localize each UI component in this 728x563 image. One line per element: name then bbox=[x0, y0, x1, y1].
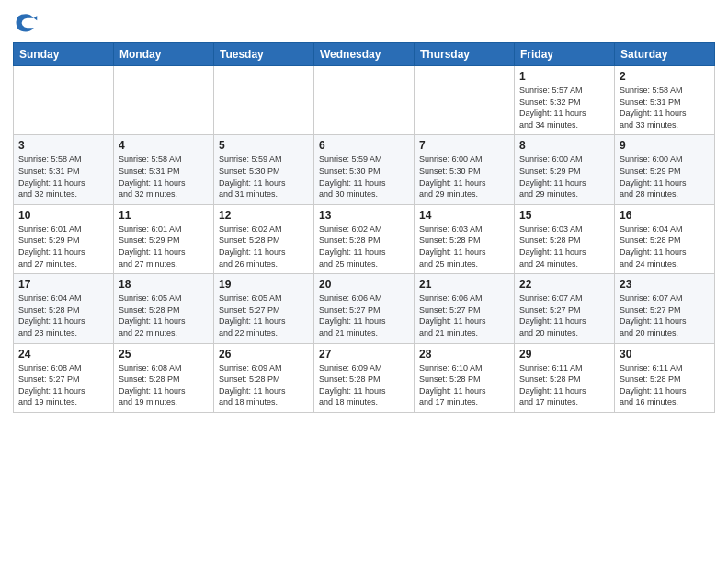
week-row-2: 3Sunrise: 5:58 AM Sunset: 5:31 PM Daylig… bbox=[14, 135, 715, 204]
week-row-3: 10Sunrise: 6:01 AM Sunset: 5:29 PM Dayli… bbox=[14, 204, 715, 273]
day-number: 1 bbox=[519, 70, 609, 83]
day-number: 25 bbox=[119, 348, 209, 361]
day-info: Sunrise: 5:59 AM Sunset: 5:30 PM Dayligh… bbox=[319, 154, 409, 200]
day-cell: 30Sunrise: 6:11 AM Sunset: 5:28 PM Dayli… bbox=[615, 343, 715, 412]
day-cell bbox=[14, 66, 114, 135]
day-info: Sunrise: 6:10 AM Sunset: 5:28 PM Dayligh… bbox=[419, 362, 509, 408]
day-cell: 12Sunrise: 6:02 AM Sunset: 5:28 PM Dayli… bbox=[214, 204, 314, 273]
day-info: Sunrise: 6:00 AM Sunset: 5:29 PM Dayligh… bbox=[519, 154, 609, 200]
day-cell: 16Sunrise: 6:04 AM Sunset: 5:28 PM Dayli… bbox=[615, 204, 715, 273]
day-number: 7 bbox=[419, 139, 509, 152]
day-number: 10 bbox=[18, 209, 108, 222]
day-number: 14 bbox=[419, 209, 509, 222]
day-cell: 28Sunrise: 6:10 AM Sunset: 5:28 PM Dayli… bbox=[415, 343, 515, 412]
day-info: Sunrise: 6:02 AM Sunset: 5:28 PM Dayligh… bbox=[219, 224, 309, 270]
day-info: Sunrise: 6:04 AM Sunset: 5:28 PM Dayligh… bbox=[18, 293, 108, 339]
day-info: Sunrise: 6:09 AM Sunset: 5:28 PM Dayligh… bbox=[219, 362, 309, 408]
day-number: 11 bbox=[119, 209, 209, 222]
day-cell: 17Sunrise: 6:04 AM Sunset: 5:28 PM Dayli… bbox=[14, 274, 114, 343]
day-cell: 8Sunrise: 6:00 AM Sunset: 5:29 PM Daylig… bbox=[515, 135, 615, 204]
day-cell: 4Sunrise: 5:58 AM Sunset: 5:31 PM Daylig… bbox=[114, 135, 214, 204]
day-info: Sunrise: 6:05 AM Sunset: 5:28 PM Dayligh… bbox=[119, 293, 209, 339]
day-cell: 2Sunrise: 5:58 AM Sunset: 5:31 PM Daylig… bbox=[615, 66, 715, 135]
day-info: Sunrise: 6:11 AM Sunset: 5:28 PM Dayligh… bbox=[620, 362, 710, 408]
day-info: Sunrise: 6:07 AM Sunset: 5:27 PM Dayligh… bbox=[519, 293, 609, 339]
day-info: Sunrise: 6:07 AM Sunset: 5:27 PM Dayligh… bbox=[620, 293, 710, 339]
day-number: 9 bbox=[620, 139, 710, 152]
day-number: 17 bbox=[18, 278, 108, 291]
day-info: Sunrise: 6:11 AM Sunset: 5:28 PM Dayligh… bbox=[519, 362, 609, 408]
day-info: Sunrise: 6:02 AM Sunset: 5:28 PM Dayligh… bbox=[319, 224, 409, 270]
day-cell: 25Sunrise: 6:08 AM Sunset: 5:28 PM Dayli… bbox=[114, 343, 214, 412]
day-info: Sunrise: 6:00 AM Sunset: 5:30 PM Dayligh… bbox=[419, 154, 509, 200]
day-info: Sunrise: 5:57 AM Sunset: 5:32 PM Dayligh… bbox=[519, 85, 609, 131]
day-number: 5 bbox=[219, 139, 309, 152]
day-number: 15 bbox=[519, 209, 609, 222]
day-number: 20 bbox=[319, 278, 409, 291]
day-cell: 5Sunrise: 5:59 AM Sunset: 5:30 PM Daylig… bbox=[214, 135, 314, 204]
day-number: 19 bbox=[219, 278, 309, 291]
day-cell: 22Sunrise: 6:07 AM Sunset: 5:27 PM Dayli… bbox=[515, 274, 615, 343]
header bbox=[13, 9, 715, 35]
day-number: 21 bbox=[419, 278, 509, 291]
day-cell bbox=[415, 66, 515, 135]
day-number: 6 bbox=[319, 139, 409, 152]
day-info: Sunrise: 5:59 AM Sunset: 5:30 PM Dayligh… bbox=[219, 154, 309, 200]
day-info: Sunrise: 5:58 AM Sunset: 5:31 PM Dayligh… bbox=[18, 154, 108, 200]
day-info: Sunrise: 6:08 AM Sunset: 5:28 PM Dayligh… bbox=[119, 362, 209, 408]
day-number: 8 bbox=[519, 139, 609, 152]
day-cell: 26Sunrise: 6:09 AM Sunset: 5:28 PM Dayli… bbox=[214, 343, 314, 412]
day-info: Sunrise: 6:01 AM Sunset: 5:29 PM Dayligh… bbox=[119, 224, 209, 270]
day-info: Sunrise: 6:00 AM Sunset: 5:29 PM Dayligh… bbox=[620, 154, 710, 200]
day-cell: 14Sunrise: 6:03 AM Sunset: 5:28 PM Dayli… bbox=[415, 204, 515, 273]
weekday-sunday: Sunday bbox=[14, 43, 114, 66]
day-info: Sunrise: 5:58 AM Sunset: 5:31 PM Dayligh… bbox=[119, 154, 209, 200]
week-row-5: 24Sunrise: 6:08 AM Sunset: 5:27 PM Dayli… bbox=[14, 343, 715, 412]
day-cell: 24Sunrise: 6:08 AM Sunset: 5:27 PM Dayli… bbox=[14, 343, 114, 412]
day-cell bbox=[314, 66, 415, 135]
day-cell: 23Sunrise: 6:07 AM Sunset: 5:27 PM Dayli… bbox=[615, 274, 715, 343]
day-cell bbox=[214, 66, 314, 135]
weekday-friday: Friday bbox=[515, 43, 615, 66]
weekday-tuesday: Tuesday bbox=[214, 43, 314, 66]
day-cell: 7Sunrise: 6:00 AM Sunset: 5:30 PM Daylig… bbox=[415, 135, 515, 204]
day-cell: 3Sunrise: 5:58 AM Sunset: 5:31 PM Daylig… bbox=[14, 135, 114, 204]
weekday-wednesday: Wednesday bbox=[314, 43, 415, 66]
day-number: 24 bbox=[18, 348, 108, 361]
day-number: 2 bbox=[620, 70, 710, 83]
day-info: Sunrise: 6:08 AM Sunset: 5:27 PM Dayligh… bbox=[18, 362, 108, 408]
day-number: 18 bbox=[119, 278, 209, 291]
day-number: 29 bbox=[519, 348, 609, 361]
day-number: 12 bbox=[219, 209, 309, 222]
day-number: 28 bbox=[419, 348, 509, 361]
day-info: Sunrise: 6:01 AM Sunset: 5:29 PM Dayligh… bbox=[18, 224, 108, 270]
day-cell: 13Sunrise: 6:02 AM Sunset: 5:28 PM Dayli… bbox=[314, 204, 415, 273]
day-info: Sunrise: 6:06 AM Sunset: 5:27 PM Dayligh… bbox=[419, 293, 509, 339]
day-cell: 11Sunrise: 6:01 AM Sunset: 5:29 PM Dayli… bbox=[114, 204, 214, 273]
day-cell: 1Sunrise: 5:57 AM Sunset: 5:32 PM Daylig… bbox=[515, 66, 615, 135]
logo bbox=[13, 9, 42, 35]
day-cell: 27Sunrise: 6:09 AM Sunset: 5:28 PM Dayli… bbox=[314, 343, 415, 412]
day-cell bbox=[114, 66, 214, 135]
weekday-header-row: SundayMondayTuesdayWednesdayThursdayFrid… bbox=[14, 43, 715, 66]
day-cell: 20Sunrise: 6:06 AM Sunset: 5:27 PM Dayli… bbox=[314, 274, 415, 343]
day-number: 16 bbox=[620, 209, 710, 222]
day-info: Sunrise: 6:03 AM Sunset: 5:28 PM Dayligh… bbox=[419, 224, 509, 270]
day-cell: 6Sunrise: 5:59 AM Sunset: 5:30 PM Daylig… bbox=[314, 135, 415, 204]
day-cell: 29Sunrise: 6:11 AM Sunset: 5:28 PM Dayli… bbox=[515, 343, 615, 412]
weekday-thursday: Thursday bbox=[415, 43, 515, 66]
day-cell: 21Sunrise: 6:06 AM Sunset: 5:27 PM Dayli… bbox=[415, 274, 515, 343]
week-row-4: 17Sunrise: 6:04 AM Sunset: 5:28 PM Dayli… bbox=[14, 274, 715, 343]
day-number: 13 bbox=[319, 209, 409, 222]
day-cell: 9Sunrise: 6:00 AM Sunset: 5:29 PM Daylig… bbox=[615, 135, 715, 204]
day-info: Sunrise: 6:09 AM Sunset: 5:28 PM Dayligh… bbox=[319, 362, 409, 408]
day-info: Sunrise: 6:05 AM Sunset: 5:27 PM Dayligh… bbox=[219, 293, 309, 339]
day-info: Sunrise: 5:58 AM Sunset: 5:31 PM Dayligh… bbox=[620, 85, 710, 131]
day-number: 23 bbox=[620, 278, 710, 291]
day-number: 3 bbox=[18, 139, 108, 152]
day-info: Sunrise: 6:06 AM Sunset: 5:27 PM Dayligh… bbox=[319, 293, 409, 339]
day-info: Sunrise: 6:04 AM Sunset: 5:28 PM Dayligh… bbox=[620, 224, 710, 270]
day-number: 4 bbox=[119, 139, 209, 152]
logo-icon bbox=[13, 9, 39, 35]
day-cell: 10Sunrise: 6:01 AM Sunset: 5:29 PM Dayli… bbox=[14, 204, 114, 273]
